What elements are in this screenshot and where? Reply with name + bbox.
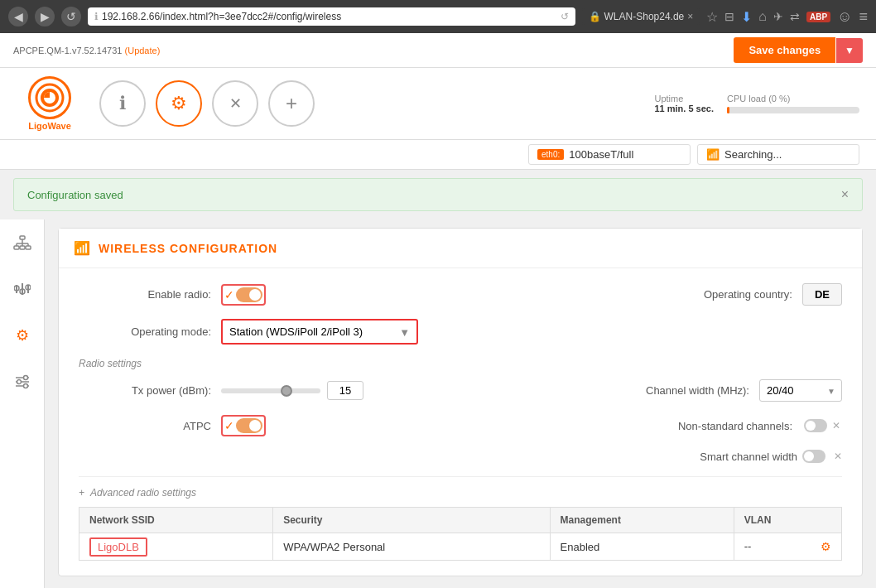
tab-title[interactable]: WLAN-Shop24.de xyxy=(604,11,685,22)
main-layout: ⚙ 📶 WIRELESS CONFIGURATION Enable radio: xyxy=(0,219,876,588)
bookmark-icon[interactable]: ☆ xyxy=(706,9,718,25)
network-status: eth0: 100baseT/full 📶 Searching... xyxy=(528,144,859,165)
non-standard-toggle[interactable] xyxy=(804,419,827,432)
save-btn-group: Save changes ▼ xyxy=(734,37,863,63)
smart-channel-toggle[interactable] xyxy=(802,450,825,463)
download-icon[interactable]: ⬇ xyxy=(741,9,752,25)
tab-plus[interactable]: + xyxy=(268,80,315,127)
home-icon[interactable]: ⌂ xyxy=(758,9,767,24)
plus-icon: + xyxy=(79,487,84,499)
svg-rect-3 xyxy=(14,246,19,249)
non-standard-x-btn[interactable]: ✕ xyxy=(832,420,840,431)
top-bar: APCPE.QM-1.v7.52.14731 (Update) Save cha… xyxy=(0,33,876,68)
atpc-toggle[interactable]: ✓ xyxy=(221,415,266,436)
col-header-vlan: VLAN xyxy=(734,508,841,533)
tx-power-slider xyxy=(221,381,363,400)
svg-rect-2 xyxy=(20,236,25,239)
svg-point-21 xyxy=(17,380,21,384)
smart-channel-wrap: Smart channel width ✕ xyxy=(700,450,842,463)
operating-mode-label: Operating mode: xyxy=(79,325,211,338)
tab-settings[interactable]: ⚙ xyxy=(156,80,202,127)
divider xyxy=(79,476,842,477)
url-bar[interactable]: ℹ 192.168.2.66/index.html?h=3ee7dcc2#/co… xyxy=(88,7,575,26)
tab-icon: 🔒 xyxy=(589,11,601,22)
url-text: 192.168.2.66/index.html?h=3ee7dcc2#/conf… xyxy=(102,11,557,22)
channel-width-select[interactable]: 20/40 20 40 xyxy=(759,379,842,402)
nav-tabs: ℹ ⚙ ✕ + xyxy=(99,80,315,127)
operating-mode-select[interactable]: Station (WDS/iPoll 2/iPoll 3) Access Poi… xyxy=(223,321,416,343)
wifi-icon: 📶 xyxy=(706,148,720,161)
slider-track[interactable] xyxy=(221,388,320,393)
smart-channel-label-text: Smart channel width xyxy=(700,451,797,463)
radio-settings-label: Radio settings xyxy=(79,358,842,369)
save-dropdown-button[interactable]: ▼ xyxy=(836,38,863,63)
history-icon[interactable]: ⊟ xyxy=(724,10,734,23)
send-icon[interactable]: ✈ xyxy=(773,10,783,23)
back-button[interactable]: ◀ xyxy=(8,7,28,27)
sidebar-item-equalizer[interactable] xyxy=(7,274,37,304)
channel-width-select-wrap: 20/40 20 40 xyxy=(759,379,842,402)
update-link[interactable]: (Update) xyxy=(125,46,161,55)
tab-info[interactable]: ℹ xyxy=(99,80,146,127)
security-icon: ℹ xyxy=(94,11,99,22)
enable-radio-toggle[interactable]: ✓ xyxy=(221,284,266,306)
toggle-switch[interactable] xyxy=(236,287,262,302)
browser-bar: ◀ ▶ ↺ ℹ 192.168.2.66/index.html?h=3ee7dc… xyxy=(0,0,876,33)
col-header-management: Management xyxy=(550,508,734,533)
col-header-security: Security xyxy=(273,508,550,533)
refresh-icon: ↺ xyxy=(561,11,569,22)
alert-message: Configuration saved xyxy=(27,189,123,201)
management-cell: Enabled xyxy=(550,533,734,561)
table-row: LigoDLB WPA/WPA2 Personal Enabled -- ⚙ xyxy=(79,533,842,561)
status-area: Uptime 11 min. 5 sec. CPU load (0 %) xyxy=(654,94,859,113)
logo-text: LigoWave xyxy=(28,121,71,131)
eth-badge: eth0: xyxy=(537,149,564,160)
tx-power-input[interactable] xyxy=(327,381,363,400)
forward-button[interactable]: ▶ xyxy=(35,7,55,27)
non-standard-toggle-wrap: ✕ xyxy=(802,417,842,434)
operating-country-button[interactable]: DE xyxy=(802,283,842,306)
wifi-status-text: Searching... xyxy=(724,148,782,161)
version-text: APCPE.QM-1.v7.52.14731 (Update) xyxy=(13,44,160,56)
atpc-toggle-check: ✓ xyxy=(224,419,234,432)
sync-icon[interactable]: ⇄ xyxy=(790,10,800,23)
cpu-box: CPU load (0 %) xyxy=(727,94,859,113)
content-area: 📶 WIRELESS CONFIGURATION Enable radio: ✓… xyxy=(45,219,876,588)
status-row: eth0: 100baseT/full 📶 Searching... xyxy=(0,140,876,170)
alert-close-button[interactable]: × xyxy=(841,187,849,202)
row-gear-icon[interactable]: ⚙ xyxy=(821,540,831,553)
operating-mode-row: Operating mode: Station (WDS/iPoll 2/iPo… xyxy=(79,319,842,345)
card-header: 📶 WIRELESS CONFIGURATION xyxy=(59,229,862,268)
security-cell: WPA/WPA2 Personal xyxy=(273,533,550,561)
advanced-radio-link[interactable]: + Advanced radio settings xyxy=(79,487,842,499)
sidebar-item-gear[interactable]: ⚙ xyxy=(7,321,37,350)
enable-radio-label: Enable radio: xyxy=(79,288,211,301)
save-changes-button[interactable]: Save changes xyxy=(734,37,835,63)
svg-point-20 xyxy=(23,376,27,380)
sidebar-item-network[interactable] xyxy=(7,228,37,258)
logo-circle xyxy=(28,76,71,119)
smart-channel-x-btn[interactable]: ✕ xyxy=(834,451,842,462)
browser-toolbar: 🔒 WLAN-Shop24.de × ☆ ⊟ ⬇ ⌂ ✈ ⇄ ABP ☺ ≡ xyxy=(582,8,868,26)
non-standard-label: Non-standard channels: xyxy=(660,420,792,432)
tab-close[interactable]: × xyxy=(687,11,693,22)
tab-tools[interactable]: ✕ xyxy=(212,80,258,127)
refresh-button[interactable]: ↺ xyxy=(61,7,81,27)
eth-value: 100baseT/full xyxy=(569,148,633,161)
sidebar-item-advanced[interactable] xyxy=(7,367,37,397)
ssid-cell: LigoDLB xyxy=(79,533,273,561)
atpc-label: ATPC xyxy=(79,420,211,432)
uptime-box: Uptime 11 min. 5 sec. xyxy=(654,94,714,113)
abp-badge[interactable]: ABP xyxy=(806,12,830,22)
slider-thumb[interactable] xyxy=(281,385,292,397)
menu-icon[interactable]: ≡ xyxy=(859,8,868,26)
ssid-link[interactable]: LigoDLB xyxy=(89,537,147,557)
section-title: WIRELESS CONFIGURATION xyxy=(99,242,277,255)
profile-icon[interactable]: ☺ xyxy=(837,8,852,26)
wireless-card: 📶 WIRELESS CONFIGURATION Enable radio: ✓… xyxy=(58,228,863,576)
advanced-radio-label: Advanced radio settings xyxy=(90,487,196,499)
svg-rect-4 xyxy=(20,246,25,249)
atpc-toggle-switch[interactable] xyxy=(236,418,262,433)
sidebar: ⚙ xyxy=(0,219,45,588)
col-header-ssid: Network SSID xyxy=(79,508,273,533)
